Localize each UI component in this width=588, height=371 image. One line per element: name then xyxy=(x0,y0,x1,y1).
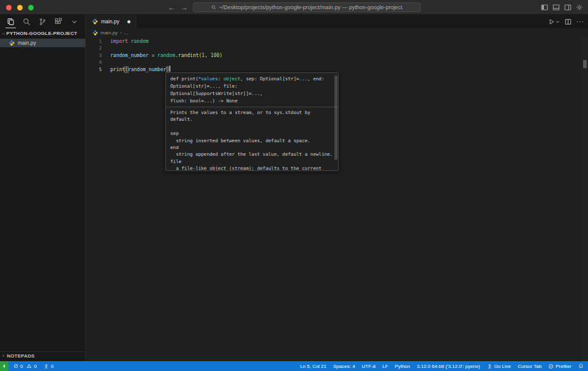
python-file-icon xyxy=(92,30,98,36)
radio-tower-icon xyxy=(43,364,49,369)
chevron-down-icon[interactable] xyxy=(69,15,80,28)
toggle-primary-sidebar-icon[interactable] xyxy=(541,4,548,11)
bolt-icon xyxy=(2,363,7,369)
modified-dot-icon[interactable] xyxy=(127,20,130,23)
broadcast-icon xyxy=(487,364,492,369)
doc-line xyxy=(170,123,331,130)
breadcrumb: main.py › ... xyxy=(86,28,588,37)
text-cursor xyxy=(170,66,170,72)
search-icon xyxy=(211,5,216,10)
python-file-icon xyxy=(92,18,98,25)
workbench: › PYTHON-GOOGLE-PROJECT main.py › NOTEPA… xyxy=(0,15,588,361)
code-line[interactable]: 3random_number = random.randint(1, 100) xyxy=(86,52,588,59)
ports-indicator[interactable]: 0 xyxy=(43,364,53,369)
file-name: main.py xyxy=(18,40,36,46)
explorer-icon[interactable] xyxy=(6,15,16,28)
history-nav: ← → xyxy=(168,1,188,13)
errors-count: 0 xyxy=(20,364,23,369)
traffic-lights xyxy=(6,5,34,10)
tab-bar: main.py ··· xyxy=(86,15,588,28)
command-center-search[interactable]: ~/Desktop/projects/python-google-project… xyxy=(193,2,421,12)
sidebar-file-mainpy[interactable]: main.py xyxy=(0,39,85,47)
minimize-window-button[interactable] xyxy=(17,5,23,10)
macos-titlebar: ← → ~/Desktop/projects/python-google-pro… xyxy=(0,0,588,15)
warnings-count: 0 xyxy=(34,364,36,369)
hover-divider xyxy=(166,107,338,107)
indentation-setting[interactable]: Spaces: 4 xyxy=(333,364,355,369)
code-line[interactable]: 2 xyxy=(86,45,588,52)
code-line[interactable]: 1import random xyxy=(86,38,588,45)
more-actions-icon[interactable]: ··· xyxy=(576,18,584,25)
doc-line: Prints the values to a stream, or to sys… xyxy=(170,109,331,116)
errors-icon xyxy=(13,364,18,369)
zoom-window-button[interactable] xyxy=(28,5,34,10)
python-file-icon xyxy=(9,40,15,46)
code-lines: 1import random23random_number = random.r… xyxy=(86,37,588,73)
split-editor-icon[interactable] xyxy=(565,18,571,25)
search-icon[interactable] xyxy=(21,15,32,28)
run-python-file-button[interactable] xyxy=(548,18,560,25)
tab-mainpy[interactable]: main.py xyxy=(86,15,137,28)
history-forward-icon[interactable]: → xyxy=(181,1,188,13)
check-circle-icon xyxy=(548,364,554,369)
layout-controls xyxy=(541,4,583,11)
hover-tooltip: def print(*values: object, sep: Optional… xyxy=(165,72,339,171)
doc-line: file xyxy=(170,158,331,165)
tooltip-scrollbar[interactable] xyxy=(334,75,337,160)
editor-scrollbar[interactable] xyxy=(582,37,588,361)
line-number[interactable]: 4 xyxy=(86,59,102,66)
notepads-section-header[interactable]: › NOTEPADS xyxy=(0,351,85,359)
source-control-icon[interactable] xyxy=(37,15,48,28)
problems-indicator[interactable]: 0 0 xyxy=(13,364,37,369)
scrollbar-thumb[interactable] xyxy=(583,60,587,68)
settings-gear-icon[interactable] xyxy=(576,4,583,11)
prettier-status[interactable]: Prettier xyxy=(548,364,571,369)
run-dropdown-chevron-icon xyxy=(556,20,560,24)
status-bar: 0 0 0 Ln 5, Col 21 Spaces: 4 UTF-8 LF Py… xyxy=(0,361,588,371)
python-interpreter[interactable]: 3.12.0 64-bit ('3.12.0': pyenv) xyxy=(417,364,480,369)
breadcrumb-file[interactable]: main.py xyxy=(100,30,118,36)
cursor-tab-toggle[interactable]: Cursor Tab xyxy=(518,364,541,369)
signature-line: flush: bool=...) -> None xyxy=(170,98,331,105)
chevron-collapsed-icon: › xyxy=(2,353,4,359)
cursor-position[interactable]: Ln 5, Col 21 xyxy=(300,364,326,369)
chevron-expanded-icon: › xyxy=(1,33,7,34)
eol-setting[interactable]: LF xyxy=(382,364,388,369)
doc-line: string appended after the last value, de… xyxy=(170,151,331,158)
tab-label: main.py xyxy=(101,18,119,25)
extensions-icon[interactable] xyxy=(53,15,64,28)
code-line[interactable]: 4 xyxy=(86,59,588,66)
doc-line: sep xyxy=(170,130,331,137)
language-mode[interactable]: Python xyxy=(395,364,410,369)
doc-line: end xyxy=(170,144,331,151)
editor-actions: ··· xyxy=(548,15,584,28)
signature-line: def print(*values: object, sep: Optional… xyxy=(170,75,331,83)
activity-bar xyxy=(0,15,85,28)
project-folder-name: PYTHON-GOOGLE-PROJECT xyxy=(6,31,77,36)
notifications-bell-icon[interactable] xyxy=(578,363,584,369)
signature-line: Optional[str]=..., file: Optional[Suppor… xyxy=(170,83,331,98)
ports-count: 0 xyxy=(51,364,53,369)
doc-line: default. xyxy=(170,116,331,123)
toggle-secondary-sidebar-icon[interactable] xyxy=(564,4,571,11)
explorer-sidebar: › PYTHON-GOOGLE-PROJECT main.py › NOTEPA… xyxy=(0,15,86,361)
line-number[interactable]: 1 xyxy=(86,38,102,45)
project-folder-header[interactable]: › PYTHON-GOOGLE-PROJECT xyxy=(0,29,85,37)
remote-indicator[interactable] xyxy=(0,361,9,371)
history-back-icon[interactable]: ← xyxy=(168,1,175,13)
notepads-label: NOTEPADS xyxy=(7,353,34,359)
hover-signature: def print(*values: object, sep: Optional… xyxy=(170,75,331,105)
toggle-panel-icon[interactable] xyxy=(552,4,560,11)
warnings-icon xyxy=(26,364,32,369)
doc-line: string inserted between values, default … xyxy=(170,137,331,144)
breadcrumb-chevron-icon: › xyxy=(120,30,122,36)
line-number[interactable]: 5 xyxy=(86,66,102,73)
line-number[interactable]: 2 xyxy=(86,45,102,52)
editor-group: main.py ··· main.py › ... xyxy=(86,15,588,361)
breadcrumb-symbol[interactable]: ... xyxy=(124,30,129,36)
hover-docs: Prints the values to a stream, or to sys… xyxy=(170,109,331,171)
close-window-button[interactable] xyxy=(6,5,12,10)
line-number[interactable]: 3 xyxy=(86,52,102,59)
encoding-setting[interactable]: UTF-8 xyxy=(362,364,376,369)
go-live-button[interactable]: Go Live xyxy=(487,364,511,369)
